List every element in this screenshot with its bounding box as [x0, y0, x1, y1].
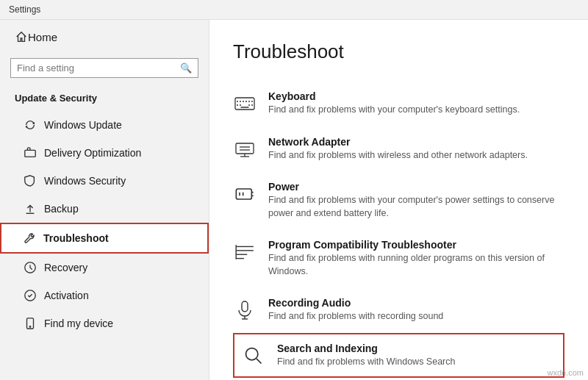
svg-rect-0 — [25, 150, 35, 157]
title-bar-label: Settings — [9, 4, 40, 15]
svg-point-6 — [29, 326, 30, 327]
home-icon — [15, 30, 28, 43]
page-title: Troubleshoot — [233, 40, 564, 63]
power-desc: Find and fix problems with your computer… — [268, 194, 564, 220]
troubleshoot-list: Keyboard Find and fix problems with your… — [233, 81, 564, 380]
sidebar-item-label: Windows Security — [44, 175, 126, 187]
keyboard-icon — [233, 92, 257, 115]
sidebar-item-windows-update[interactable]: Windows Update — [0, 111, 209, 139]
svg-line-38 — [257, 359, 261, 363]
sidebar: Home 🔍 Update & Security Windows Update — [0, 20, 209, 380]
shield-icon — [24, 174, 37, 187]
device-icon — [24, 317, 37, 330]
search-icon: 🔍 — [180, 62, 192, 74]
troubleshoot-item-search[interactable]: Search and Indexing Find and fix problem… — [233, 333, 564, 379]
power-icon — [233, 182, 257, 206]
program-icon — [233, 240, 257, 264]
sidebar-item-label: Troubleshoot — [43, 232, 109, 244]
sidebar-item-label: Activation — [44, 290, 89, 301]
network-icon — [233, 137, 257, 161]
sidebar-item-backup[interactable]: Backup — [0, 195, 209, 223]
mic-icon — [233, 298, 257, 322]
search-desc: Find and fix problems with Windows Searc… — [277, 356, 455, 369]
troubleshoot-item-power[interactable]: Power Find and fix problems with your co… — [233, 171, 564, 229]
sidebar-item-label: Recovery — [44, 262, 87, 273]
title-bar: Settings — [0, 0, 588, 20]
search-text: Search and Indexing Find and fix problem… — [277, 343, 455, 369]
search-name: Search and Indexing — [277, 343, 455, 354]
program-name: Program Compatibility Troubleshooter — [268, 239, 564, 251]
svg-point-37 — [246, 348, 258, 359]
sidebar-item-recovery[interactable]: Recovery — [0, 254, 209, 282]
delivery-icon — [24, 146, 37, 159]
svg-rect-24 — [236, 189, 251, 199]
svg-rect-34 — [242, 301, 248, 312]
sidebar-item-label: Delivery Optimization — [44, 147, 141, 159]
sidebar-item-label: Find my device — [44, 318, 113, 329]
program-desc: Find and fix problems with running older… — [268, 252, 564, 278]
troubleshoot-item-audio[interactable]: Recording Audio Find and fix problems wi… — [233, 287, 564, 333]
section-title: Update & Security — [0, 87, 209, 111]
keyboard-name: Keyboard — [268, 90, 520, 102]
sidebar-item-label: Backup — [44, 203, 79, 215]
home-label: Home — [28, 31, 57, 43]
sidebar-item-delivery-optimization[interactable]: Delivery Optimization — [0, 139, 209, 167]
sidebar-item-label: Windows Update — [44, 119, 122, 131]
sidebar-item-windows-security[interactable]: Windows Security — [0, 167, 209, 195]
refresh-icon — [24, 118, 37, 132]
troubleshoot-item-network[interactable]: Network Adapter Find and fix problems wi… — [233, 126, 564, 172]
power-text: Power Find and fix problems with your co… — [268, 181, 564, 220]
keyboard-text: Keyboard Find and fix problems with your… — [268, 90, 520, 117]
power-name: Power — [268, 181, 564, 193]
network-desc: Find and fix problems with wireless and … — [268, 149, 528, 162]
recovery-icon — [24, 261, 37, 274]
search-box[interactable]: 🔍 — [10, 58, 198, 78]
troubleshoot-item-keyboard[interactable]: Keyboard Find and fix problems with your… — [233, 81, 564, 126]
search-indexing-icon — [242, 344, 265, 368]
network-text: Network Adapter Find and fix problems wi… — [268, 136, 528, 162]
sidebar-item-home[interactable]: Home — [0, 20, 209, 54]
wrench-icon — [23, 232, 36, 245]
network-name: Network Adapter — [268, 136, 528, 148]
troubleshoot-item-program[interactable]: Program Compatibility Troubleshooter Fin… — [233, 229, 564, 287]
main-layout: Home 🔍 Update & Security Windows Update — [0, 20, 588, 380]
activation-icon — [24, 289, 37, 302]
sidebar-item-find-my-device[interactable]: Find my device — [0, 309, 209, 337]
sidebar-item-activation[interactable]: Activation — [0, 282, 209, 309]
svg-rect-19 — [236, 143, 254, 154]
backup-icon — [24, 202, 37, 215]
sidebar-item-troubleshoot[interactable]: Troubleshoot — [0, 223, 209, 254]
content-area: Troubleshoot — [209, 20, 588, 380]
audio-text: Recording Audio Find and fix problems wi… — [268, 297, 443, 323]
audio-name: Recording Audio — [268, 297, 443, 309]
program-text: Program Compatibility Troubleshooter Fin… — [268, 239, 564, 278]
audio-desc: Find and fix problems with recording sou… — [268, 310, 443, 323]
search-input[interactable] — [17, 62, 180, 74]
keyboard-desc: Find and fix problems with your computer… — [268, 104, 520, 117]
